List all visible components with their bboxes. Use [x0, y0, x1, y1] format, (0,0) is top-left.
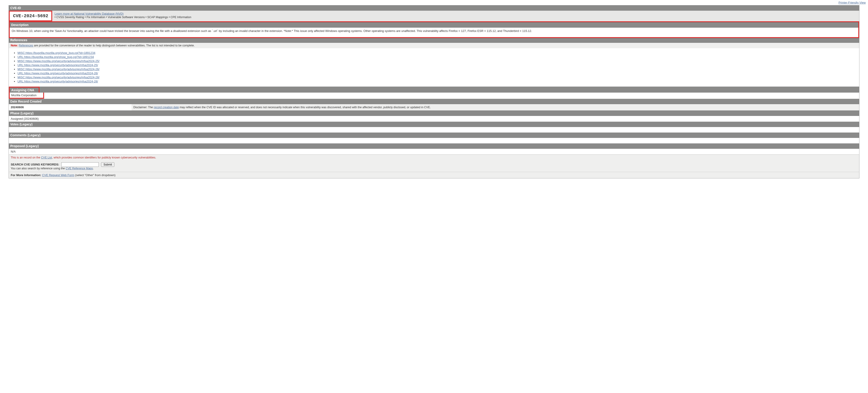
references-list: MISC:https://bugzilla.mozilla.org/show_b…	[18, 51, 857, 83]
cve-request-form-link[interactable]: CVE Request Web Form	[42, 173, 74, 177]
comments-header: Comments (Legacy)	[9, 133, 859, 138]
date-record-created-value: 20240606	[9, 104, 131, 111]
reference-link[interactable]: URL:https://www.mozilla.org/security/adv…	[18, 63, 98, 67]
reference-item: URL:https://www.mozilla.org/security/adv…	[18, 72, 857, 75]
reference-link[interactable]: MISC:https://bugzilla.mozilla.org/show_b…	[18, 51, 95, 55]
reference-link[interactable]: URL:https://www.mozilla.org/security/adv…	[18, 80, 98, 83]
reference-item: MISC:https://www.mozilla.org/security/ad…	[18, 76, 857, 79]
reference-link[interactable]: MISC:https://www.mozilla.org/security/ad…	[18, 67, 99, 71]
cve-list-link[interactable]: CVE List	[41, 156, 52, 159]
reference-item: MISC:https://www.mozilla.org/security/ad…	[18, 59, 857, 63]
description-header: Description	[10, 22, 858, 28]
reference-link[interactable]: URL:https://bugzilla.mozilla.org/show_bu…	[18, 55, 94, 59]
assigning-cna-value: Mozilla Corporation	[9, 92, 44, 99]
references-note-link[interactable]: References	[19, 44, 33, 47]
reference-item: URL:https://www.mozilla.org/security/adv…	[18, 80, 857, 83]
references-header: References	[9, 38, 859, 43]
printer-friendly-link[interactable]: Printer-Friendly View	[839, 1, 866, 4]
search-row: SEARCH CVE USING KEYWORDS: You can also …	[9, 161, 859, 172]
date-record-created-header: Date Record Created	[9, 99, 859, 104]
cve-reference-maps-link[interactable]: CVE Reference Maps	[66, 167, 93, 170]
phase-value: Assigned (20240606)	[9, 116, 859, 122]
phase-header: Phase (Legacy)	[9, 111, 859, 116]
reference-item: MISC:https://www.mozilla.org/security/ad…	[18, 67, 857, 71]
search-input[interactable]	[61, 162, 99, 167]
cve-id-value: CVE-2024-5692	[9, 11, 52, 21]
record-creation-date-link[interactable]: record creation date	[154, 106, 179, 109]
proposed-value: N/A	[9, 149, 859, 155]
comments-value	[9, 138, 859, 143]
reference-item: MISC:https://bugzilla.mozilla.org/show_b…	[18, 51, 857, 55]
reference-item: URL:https://bugzilla.mozilla.org/show_bu…	[18, 55, 857, 59]
description-text: On Windows 10, when using the 'Save As' …	[9, 28, 859, 38]
submit-button[interactable]	[101, 162, 114, 167]
votes-value	[9, 127, 859, 133]
references-note: Note: References are provided for the co…	[9, 43, 859, 48]
reference-link[interactable]: MISC:https://www.mozilla.org/security/ad…	[18, 59, 99, 63]
assigning-cna-header-row: Assigning CNA	[9, 86, 859, 92]
disclaimer-text: Disclaimer: The record creation date may…	[131, 104, 859, 111]
cve-list-note: This is an record on the CVE List, which…	[9, 155, 859, 161]
nvd-link[interactable]: Learn more at National Vulnerability Dat…	[55, 12, 123, 16]
votes-header: Votes (Legacy)	[9, 122, 859, 127]
reference-link[interactable]: URL:https://www.mozilla.org/security/adv…	[18, 72, 98, 75]
search-label: SEARCH CVE USING KEYWORDS:	[11, 163, 59, 166]
proposed-header: Proposed (Legacy)	[9, 143, 859, 149]
cve-id-header: CVE-ID	[9, 5, 859, 11]
reference-item: URL:https://www.mozilla.org/security/adv…	[18, 63, 857, 67]
reference-link[interactable]: MISC:https://www.mozilla.org/security/ad…	[18, 76, 99, 79]
more-info-row: For More Information: CVE Request Web Fo…	[9, 172, 859, 178]
cve-bullets: • CVSS Severity Rating • Fix Information…	[55, 16, 191, 19]
